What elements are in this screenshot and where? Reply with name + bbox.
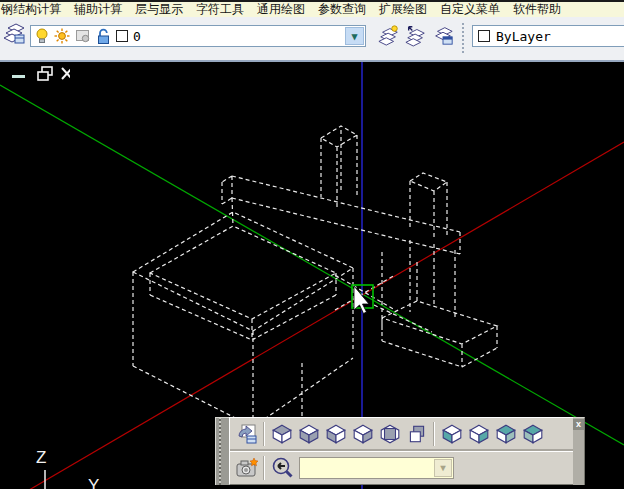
menu-extend-draw[interactable]: 扩展绘图: [379, 2, 427, 17]
se-isometric-button[interactable]: [465, 421, 492, 448]
right-view-button[interactable]: [349, 421, 376, 448]
left-view-icon: [325, 423, 347, 445]
zoom-previous-button[interactable]: [268, 454, 295, 481]
view-toolbar-panel: ▾: [229, 417, 573, 485]
make-object-layer-current-icon: [378, 23, 400, 47]
front-view-icon: [379, 423, 401, 445]
toolbar-separator-grip: [462, 23, 466, 53]
menu-aux-calc[interactable]: 辅助计算: [74, 2, 122, 17]
layer-states-button[interactable]: [431, 23, 455, 47]
view-combo-dropdown-button[interactable]: ▾: [434, 459, 452, 477]
view-name-combo[interactable]: ▾: [299, 457, 454, 479]
freeze-viewport-icon[interactable]: [75, 28, 91, 44]
view-toolbar: ▾ x: [215, 417, 585, 485]
nw-isometric-icon: [522, 423, 544, 445]
camera-new-view-button[interactable]: [233, 454, 260, 481]
menu-custom-menu[interactable]: 自定义菜单: [440, 2, 500, 17]
current-layer-name: 0: [133, 29, 141, 44]
ucs-z-label: Z: [36, 448, 46, 468]
named-views-icon: [235, 422, 259, 446]
camera-icon: [235, 456, 259, 480]
layer-toolbar: 0 ▾: [0, 17, 624, 62]
menu-general-draw[interactable]: 通用绘图: [257, 2, 305, 17]
layer-previous-icon: [405, 23, 427, 47]
menu-text-tools[interactable]: 字符工具: [196, 2, 244, 17]
separator: [433, 422, 435, 446]
menu-bar: 钢结构计算 辅助计算 层与显示 字符工具 通用绘图 参数查询 扩展绘图 自定义菜…: [0, 2, 624, 17]
view-toolbar-row1: [230, 418, 573, 451]
sw-isometric-button[interactable]: [438, 421, 465, 448]
bottom-view-button[interactable]: [295, 421, 322, 448]
layers-manager-icon: [2, 22, 26, 46]
menu-software-help[interactable]: 软件帮助: [513, 2, 561, 17]
view-toolbar-grip[interactable]: [215, 417, 229, 485]
bulb-on-icon[interactable]: [35, 28, 49, 44]
view-toolbar-row2: ▾: [230, 451, 573, 485]
bottom-view-icon: [298, 423, 320, 445]
separator: [263, 422, 265, 446]
lock-open-icon[interactable]: [96, 28, 111, 45]
window-controls: [0, 62, 70, 86]
se-isometric-icon: [468, 423, 490, 445]
left-view-button[interactable]: [322, 421, 349, 448]
view-toolbar-caption: x: [573, 417, 585, 485]
menu-layer-display[interactable]: 层与显示: [135, 2, 183, 17]
restore-icon[interactable]: [38, 67, 52, 80]
menu-param-query[interactable]: 参数查询: [318, 2, 366, 17]
layer-color-swatch-icon[interactable]: [116, 30, 128, 42]
minimize-icon[interactable]: [12, 75, 25, 78]
layers-manager-button[interactable]: [1, 21, 27, 47]
front-view-button[interactable]: [376, 421, 403, 448]
layer-combo-dropdown-button[interactable]: ▾: [345, 27, 364, 45]
top-view-icon: [271, 423, 293, 445]
layer-states-icon: [432, 23, 454, 47]
sun-thaw-icon[interactable]: [54, 28, 70, 44]
zoom-previous-icon: [270, 456, 294, 480]
named-views-button[interactable]: [233, 421, 260, 448]
ne-isometric-icon: [495, 423, 517, 445]
layer-previous-button[interactable]: [404, 23, 428, 47]
ne-isometric-button[interactable]: [492, 421, 519, 448]
sw-isometric-icon: [441, 423, 463, 445]
top-view-button[interactable]: [268, 421, 295, 448]
y-axis-line: [0, 85, 624, 445]
selected-solid-wireframe[interactable]: [133, 126, 497, 427]
close-icon[interactable]: [62, 68, 70, 79]
application-window: 钢结构计算 辅助计算 层与显示 字符工具 通用绘图 参数查询 扩展绘图 自定义菜…: [0, 0, 624, 489]
right-view-icon: [352, 423, 374, 445]
current-color-name: ByLayer: [496, 29, 551, 44]
color-combo[interactable]: ByLayer: [472, 25, 624, 47]
back-view-button[interactable]: [403, 421, 430, 448]
menu-steel-calc[interactable]: 钢结构计算: [1, 2, 61, 17]
separator: [263, 456, 265, 480]
make-object-layer-current-button[interactable]: [377, 23, 401, 47]
view-toolbar-close-button[interactable]: x: [573, 419, 584, 430]
ucs-y-label: Y: [88, 476, 99, 489]
back-view-icon: [406, 423, 428, 445]
nw-isometric-button[interactable]: [519, 421, 546, 448]
layer-combo[interactable]: 0 ▾: [30, 25, 366, 47]
current-color-swatch-icon: [478, 30, 490, 42]
